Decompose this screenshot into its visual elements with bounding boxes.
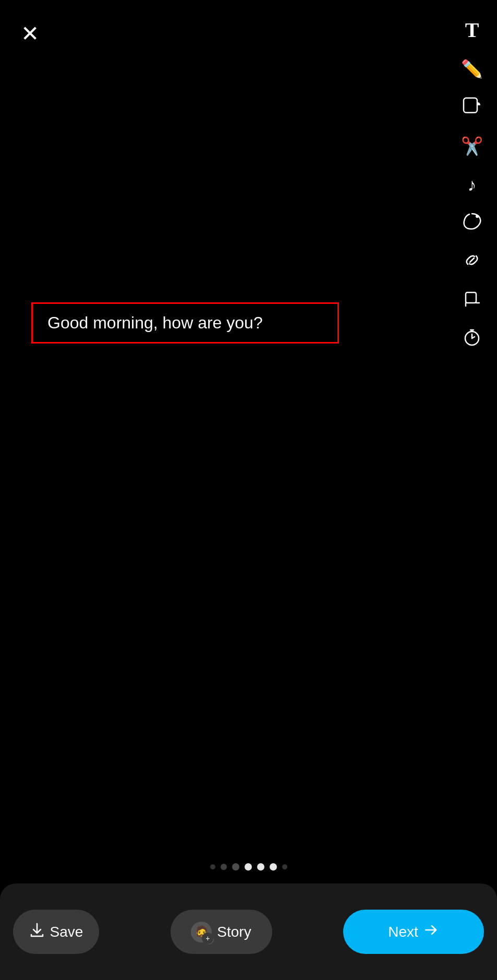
link-tool-button[interactable] — [457, 247, 487, 276]
scissors-tool-button[interactable]: ✂️ — [457, 131, 487, 161]
overlay-text: Good morning, how are you? — [47, 313, 263, 332]
save-icon — [29, 922, 45, 941]
crop-icon — [463, 289, 481, 311]
effects-tool-button[interactable] — [457, 209, 487, 238]
svg-rect-2 — [466, 292, 476, 303]
pen-tool-button[interactable]: ✏️ — [457, 54, 487, 83]
timer-tool-button[interactable] — [457, 324, 487, 353]
dot-7 — [282, 864, 287, 869]
next-label: Next — [388, 924, 418, 940]
right-toolbar: T ✏️ ✂️ ♪ — [457, 10, 487, 353]
svg-point-1 — [476, 215, 479, 218]
music-tool-button[interactable]: ♪ — [457, 170, 487, 199]
text-box[interactable]: Good morning, how are you? — [31, 302, 339, 344]
music-icon: ♪ — [468, 176, 477, 193]
save-button[interactable]: Save — [13, 910, 99, 954]
effects-icon — [462, 212, 482, 235]
bottom-bar: Save 🧔 + Story Next — [0, 884, 497, 980]
next-arrow-icon — [423, 922, 439, 941]
sticker-tool-button[interactable] — [457, 93, 487, 122]
link-icon — [463, 251, 481, 273]
top-bar: ✕ — [0, 0, 497, 52]
save-label: Save — [50, 924, 83, 940]
next-button[interactable]: Next — [343, 910, 484, 954]
svg-rect-0 — [464, 98, 477, 113]
timer-icon — [463, 328, 481, 350]
dot-6 — [270, 863, 277, 871]
pagination-dots — [0, 863, 497, 871]
main-screen: ✕ T ✏️ ✂️ ♪ — [0, 0, 497, 980]
dot-5 — [257, 863, 264, 871]
dot-2 — [221, 864, 227, 870]
scissors-icon: ✂️ — [461, 137, 483, 155]
text-overlay-area: Good morning, how are you? — [31, 302, 434, 344]
sticker-icon — [463, 97, 481, 118]
crop-tool-button[interactable] — [457, 286, 487, 315]
story-avatar: 🧔 + — [191, 922, 212, 942]
dot-3 — [232, 863, 239, 871]
pen-icon: ✏️ — [461, 60, 483, 78]
text-tool-button[interactable]: T — [457, 16, 487, 45]
close-icon: ✕ — [21, 23, 39, 45]
story-button[interactable]: 🧔 + Story — [171, 910, 272, 954]
story-label: Story — [217, 924, 251, 940]
close-button[interactable]: ✕ — [16, 20, 44, 48]
text-icon: T — [465, 20, 479, 41]
dot-4 — [245, 863, 252, 871]
dot-1 — [210, 864, 215, 869]
